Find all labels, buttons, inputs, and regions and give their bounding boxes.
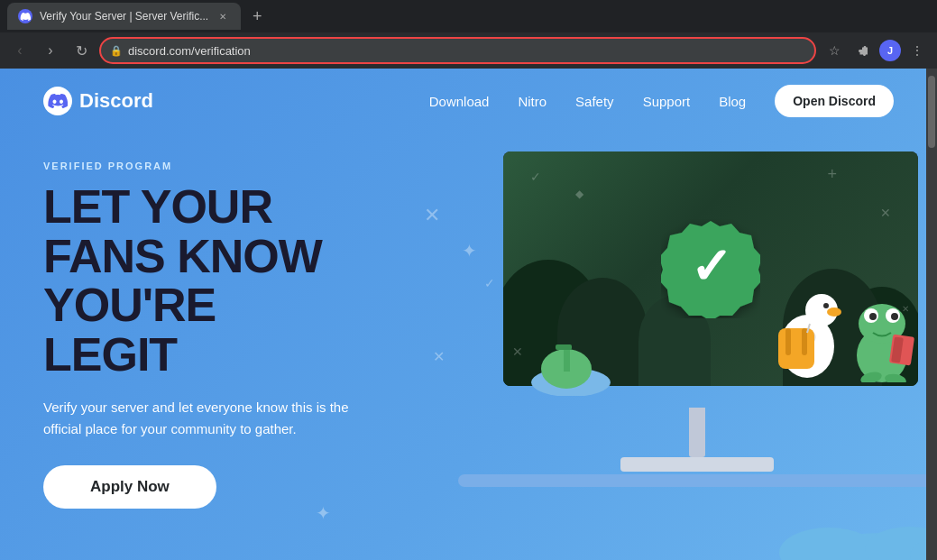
profile-button[interactable]: J xyxy=(879,40,901,61)
discord-logo-icon xyxy=(43,87,72,115)
nav-links: Download Nitro Safety Support Blog xyxy=(429,94,747,109)
discord-navbar: Discord Download Nitro Safety Support Bl… xyxy=(0,69,937,133)
floating-island xyxy=(530,342,611,399)
deco-diamond: ◆ xyxy=(575,188,583,200)
hero-description: Verify your server and let everyone know… xyxy=(43,397,350,440)
svg-point-4 xyxy=(823,303,829,308)
address-input[interactable] xyxy=(128,44,805,58)
back-button[interactable]: ‹ xyxy=(7,38,32,63)
svg-point-16 xyxy=(891,313,898,320)
deco-check-1: ✓ xyxy=(530,170,541,184)
verified-badge: ✓ xyxy=(661,219,760,318)
extensions-button[interactable] xyxy=(850,38,876,63)
hero-section: VERIFIED PROGRAM LET YOUR FANS KNOW YOU'… xyxy=(0,133,937,509)
apply-now-button[interactable]: Apply Now xyxy=(43,465,216,509)
svg-point-26 xyxy=(779,528,878,560)
nav-download[interactable]: Download xyxy=(429,94,490,109)
frog-character xyxy=(846,283,918,386)
svg-rect-24 xyxy=(556,344,572,350)
tab-favicon xyxy=(18,9,32,23)
hero-left: VERIFIED PROGRAM LET YOUR FANS KNOW YOU'… xyxy=(43,151,440,509)
toolbar: ‹ › ↻ 🔒 ☆ J ⋮ xyxy=(0,32,937,69)
deco-plus: + xyxy=(827,165,837,184)
duck-character xyxy=(769,279,846,386)
hero-eyebrow: VERIFIED PROGRAM xyxy=(43,161,440,171)
hero-right: ✓ ✕ ✕ ✕ ◆ + ✓ xyxy=(476,151,918,431)
ground-rail xyxy=(458,474,936,487)
tab-bar: Verify Your Server | Server Verific... ✕… xyxy=(0,0,937,32)
new-tab-button[interactable]: + xyxy=(244,4,270,29)
page-content: Discord Download Nitro Safety Support Bl… xyxy=(0,69,937,560)
menu-button[interactable]: ⋮ xyxy=(905,38,930,63)
svg-point-15 xyxy=(869,313,877,320)
svg-point-5 xyxy=(827,308,841,317)
svg-rect-23 xyxy=(564,346,570,372)
hero-title: LET YOUR FANS KNOW YOU'RE LEGIT xyxy=(43,182,440,379)
tab-title: Verify Your Server | Server Verific... xyxy=(40,10,208,23)
discord-logo[interactable]: Discord xyxy=(43,87,153,115)
nav-nitro[interactable]: Nitro xyxy=(518,94,547,109)
lock-icon: 🔒 xyxy=(110,45,123,57)
nav-support[interactable]: Support xyxy=(643,94,691,109)
toolbar-right: ☆ J ⋮ xyxy=(822,38,930,63)
svg-rect-7 xyxy=(778,328,814,369)
clouds-right xyxy=(666,488,937,560)
deco-check-2: ✕ xyxy=(880,206,891,220)
svg-rect-9 xyxy=(802,328,807,355)
billboard-stand xyxy=(620,408,774,472)
open-discord-button[interactable]: Open Discord xyxy=(775,85,894,117)
bookmark-button[interactable]: ☆ xyxy=(822,38,847,63)
address-bar-container[interactable]: 🔒 xyxy=(99,37,816,64)
stand-pole xyxy=(689,408,705,457)
nav-safety[interactable]: Safety xyxy=(575,94,614,109)
browser-chrome: Verify Your Server | Server Verific... ✕… xyxy=(0,0,937,69)
nav-blog[interactable]: Blog xyxy=(719,94,746,109)
stand-base xyxy=(620,457,774,472)
svg-text:✓: ✓ xyxy=(690,238,732,295)
forward-button[interactable]: › xyxy=(38,38,63,63)
svg-rect-8 xyxy=(785,328,791,355)
tab-close-button[interactable]: ✕ xyxy=(216,9,230,23)
refresh-button[interactable]: ↻ xyxy=(69,38,94,63)
active-tab[interactable]: Verify Your Server | Server Verific... ✕ xyxy=(7,3,241,30)
scrollbar[interactable] xyxy=(926,69,937,560)
